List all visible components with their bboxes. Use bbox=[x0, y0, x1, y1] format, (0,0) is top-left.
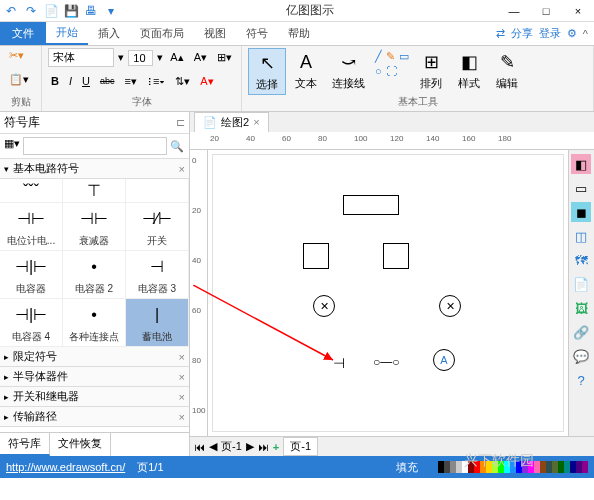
circle-tool-icon[interactable]: ○ bbox=[375, 65, 382, 77]
cross-circle-1[interactable]: ✕ bbox=[313, 295, 335, 317]
minimize-button[interactable]: — bbox=[502, 2, 526, 20]
size-dropdown-icon[interactable]: ▾ bbox=[157, 51, 163, 64]
category-close-icon[interactable]: × bbox=[179, 371, 185, 383]
bullet-icon[interactable]: ≡▾ bbox=[121, 74, 139, 89]
document-tab[interactable]: 📄 绘图2 × bbox=[194, 112, 269, 133]
symbol-top-3[interactable] bbox=[126, 179, 189, 203]
ammeter-symbol[interactable]: A bbox=[433, 349, 455, 371]
list-icon[interactable]: ⫶≡▾ bbox=[144, 74, 168, 88]
symlib-tab-recovery[interactable]: 文件恢复 bbox=[50, 433, 111, 456]
underline-button[interactable]: U bbox=[79, 74, 93, 88]
add-page-button[interactable]: + bbox=[273, 441, 279, 453]
rt-doc-icon[interactable]: 📄 bbox=[571, 274, 591, 294]
undo-icon[interactable]: ↶ bbox=[4, 4, 18, 18]
menu-insert[interactable]: 插入 bbox=[88, 22, 130, 45]
share-link[interactable]: 分享 bbox=[511, 26, 533, 41]
rt-format-icon[interactable]: ▭ bbox=[571, 178, 591, 198]
style-tool[interactable]: ◧样式 bbox=[451, 48, 487, 95]
category-close-icon[interactable]: × bbox=[179, 163, 185, 175]
file-menu[interactable]: 文件 bbox=[0, 22, 46, 45]
close-button[interactable]: × bbox=[566, 2, 590, 20]
grow-font-icon[interactable]: A▴ bbox=[167, 50, 186, 65]
symlib-search-input[interactable] bbox=[23, 137, 167, 155]
font-dropdown-icon[interactable]: ▾ bbox=[118, 51, 124, 64]
drawing-canvas[interactable]: ✕ ✕ ⊣ ○—○ A bbox=[212, 154, 564, 432]
symlib-tab-library[interactable]: 符号库 bbox=[0, 433, 50, 456]
save-icon[interactable]: 💾 bbox=[64, 4, 78, 18]
page-nav-last[interactable]: ⏭ bbox=[258, 441, 269, 453]
page-nav-first[interactable]: ⏮ bbox=[194, 441, 205, 453]
menu-view[interactable]: 视图 bbox=[194, 22, 236, 45]
rt-layer-icon[interactable]: ◫ bbox=[571, 226, 591, 246]
symbol-4[interactable]: •电容器 2 bbox=[63, 251, 126, 299]
category-close-icon[interactable]: × bbox=[179, 351, 185, 363]
arrange-tool[interactable]: ⊞排列 bbox=[413, 48, 449, 95]
menu-help[interactable]: 帮助 bbox=[278, 22, 320, 45]
strike-button[interactable]: abc bbox=[97, 75, 118, 87]
line-tool-icon[interactable]: ╱ bbox=[375, 50, 382, 63]
symlib-dropdown-icon[interactable]: ▦▾ bbox=[3, 137, 21, 155]
category-semiconductor[interactable]: ▸半导体器件× bbox=[0, 367, 189, 387]
palette-color[interactable] bbox=[582, 461, 588, 473]
category-close-icon[interactable]: × bbox=[179, 391, 185, 403]
print-icon[interactable]: 🖶 bbox=[84, 4, 98, 18]
rt-fill-icon[interactable]: ◼ bbox=[571, 202, 591, 222]
category-switch-relay[interactable]: ▸开关和继电器× bbox=[0, 387, 189, 407]
rt-comment-icon[interactable]: 💬 bbox=[571, 346, 591, 366]
symbol-2[interactable]: ⊣∕⊢开关 bbox=[126, 203, 189, 251]
font-size-select[interactable]: 10 bbox=[128, 50, 153, 66]
page-nav-next[interactable]: ▶ bbox=[246, 440, 254, 453]
font-family-select[interactable]: 宋体 bbox=[48, 48, 114, 67]
color-palette[interactable] bbox=[438, 461, 588, 473]
rectangle-shape-1[interactable] bbox=[343, 195, 399, 215]
rt-nav-icon[interactable]: 🗺 bbox=[571, 250, 591, 270]
page-tab-1[interactable]: 页-1 bbox=[283, 437, 318, 456]
italic-button[interactable]: I bbox=[66, 74, 75, 88]
search-icon[interactable]: 🔍 bbox=[169, 137, 187, 155]
page-nav-prev[interactable]: ◀ bbox=[209, 440, 217, 453]
symbol-0[interactable]: ⊣⊢电位计电... bbox=[0, 203, 63, 251]
collapse-ribbon-icon[interactable]: ^ bbox=[583, 28, 588, 40]
bold-button[interactable]: B bbox=[48, 74, 62, 88]
login-link[interactable]: 登录 bbox=[539, 26, 561, 41]
rectangle-shape-3[interactable] bbox=[383, 243, 409, 269]
symbol-top-1[interactable]: ˇˇˇ bbox=[0, 179, 63, 203]
edit-tool[interactable]: ✎编辑 bbox=[489, 48, 525, 95]
switch-symbol[interactable]: ○—○ bbox=[373, 355, 400, 369]
symbol-3[interactable]: ⊣|⊢电容器 bbox=[0, 251, 63, 299]
tab-close-icon[interactable]: × bbox=[253, 116, 259, 128]
shape-tool-icon[interactable]: ▭ bbox=[399, 50, 409, 63]
symbol-1[interactable]: ⊣⊢衰减器 bbox=[63, 203, 126, 251]
font-color-icon[interactable]: A▾ bbox=[197, 74, 216, 89]
symbol-top-2[interactable]: ⊤ bbox=[63, 179, 126, 203]
select-tool[interactable]: ↖选择 bbox=[248, 48, 286, 95]
rt-help-icon[interactable]: ? bbox=[571, 370, 591, 390]
symbol-5[interactable]: ⊣电容器 3 bbox=[126, 251, 189, 299]
symbol-8[interactable]: |蓄电池 bbox=[126, 299, 189, 347]
shrink-font-icon[interactable]: A▾ bbox=[191, 50, 210, 65]
rt-theme-icon[interactable]: ◧ bbox=[571, 154, 591, 174]
rt-link-icon[interactable]: 🔗 bbox=[571, 322, 591, 342]
menu-symbol[interactable]: 符号 bbox=[236, 22, 278, 45]
category-transmission[interactable]: ▸传输路径× bbox=[0, 407, 189, 427]
rectangle-shape-2[interactable] bbox=[303, 243, 329, 269]
maximize-button[interactable]: □ bbox=[534, 2, 558, 20]
symlib-close-icon[interactable]: ⊏ bbox=[176, 116, 185, 129]
text-tool[interactable]: A文本 bbox=[288, 48, 324, 95]
abc-icon[interactable]: ⊞▾ bbox=[214, 50, 235, 65]
share-icon[interactable]: ⇄ bbox=[496, 27, 505, 40]
category-close-icon[interactable]: × bbox=[179, 411, 185, 423]
new-icon[interactable]: ▾ bbox=[104, 4, 118, 18]
connector-tool[interactable]: ⤻连接线 bbox=[326, 48, 371, 95]
menu-layout[interactable]: 页面布局 bbox=[130, 22, 194, 45]
category-qualifying[interactable]: ▸限定符号× bbox=[0, 347, 189, 367]
spacing-icon[interactable]: ⇅▾ bbox=[172, 74, 193, 89]
settings-icon[interactable]: ⚙ bbox=[567, 27, 577, 40]
battery-symbol[interactable]: ⊣ bbox=[333, 355, 345, 371]
cut-icon[interactable]: ✂▾ bbox=[6, 48, 27, 63]
status-url[interactable]: http://www.edrawsoft.cn/ bbox=[6, 461, 125, 473]
redo-icon[interactable]: ↷ bbox=[24, 4, 38, 18]
pen-tool-icon[interactable]: ✎ bbox=[386, 50, 395, 63]
menu-start[interactable]: 开始 bbox=[46, 22, 88, 45]
paste-icon[interactable]: 📋▾ bbox=[6, 72, 32, 87]
